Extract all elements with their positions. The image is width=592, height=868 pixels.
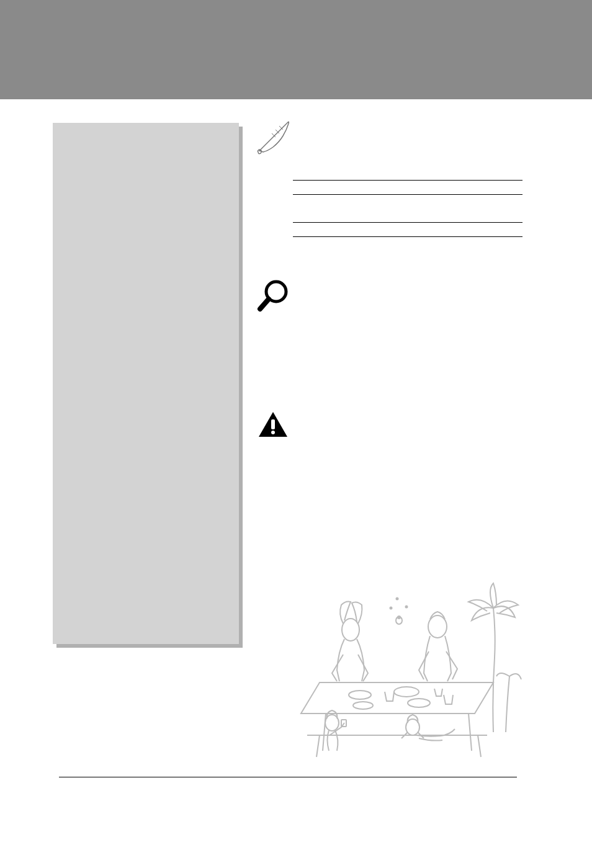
blank-line: [293, 194, 522, 195]
quill-pen-icon: [251, 121, 295, 155]
svg-point-19: [428, 615, 447, 638]
footer-rule: [59, 777, 517, 777]
blank-line: [293, 180, 522, 181]
header-band: [0, 0, 592, 99]
svg-line-1: [260, 299, 269, 309]
warning-triangle-icon: [251, 408, 295, 442]
sidebar-box: [53, 123, 239, 644]
svg-point-9: [349, 691, 371, 699]
svg-point-12: [408, 699, 430, 707]
svg-point-14: [390, 607, 392, 609]
blank-line: [293, 236, 522, 237]
writing-lines: [293, 180, 522, 251]
svg-rect-2: [271, 419, 275, 429]
family-picnic-illustration: [295, 571, 524, 763]
blank-line: [293, 222, 522, 223]
icon-column: [251, 121, 295, 442]
svg-point-15: [406, 606, 408, 608]
svg-line-5: [469, 714, 472, 751]
magnifying-glass-icon: [251, 279, 295, 313]
svg-point-16: [397, 598, 398, 600]
svg-point-18: [342, 619, 359, 641]
svg-point-10: [394, 687, 419, 697]
svg-point-11: [353, 702, 373, 709]
svg-point-3: [271, 431, 275, 434]
svg-line-7: [316, 735, 320, 757]
svg-line-8: [478, 735, 481, 757]
